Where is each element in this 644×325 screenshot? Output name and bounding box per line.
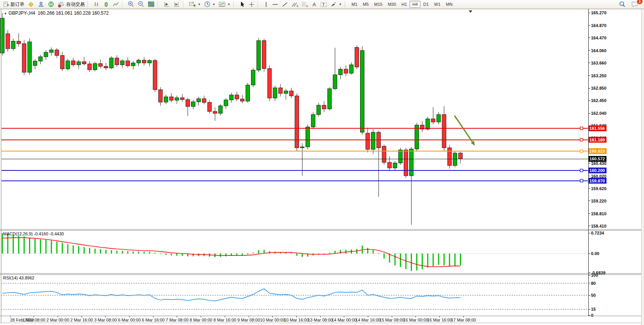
svg-text:159.870: 159.870: [589, 179, 605, 183]
svg-text:160.823: 160.823: [589, 149, 605, 153]
timeframe-m1[interactable]: M1: [349, 1, 360, 8]
bar-chart-type-button[interactable]: [92, 0, 101, 8]
price-line-label: 160.823: [588, 148, 606, 154]
timeframe-d1[interactable]: D1: [420, 1, 431, 8]
tile-windows-button[interactable]: [146, 0, 156, 8]
cursor-tool-button[interactable]: [237, 0, 247, 8]
svg-text:100: 100: [591, 273, 598, 277]
new-order-label: 新订单: [10, 1, 24, 8]
price-line-label: 160.572: [588, 156, 606, 162]
toolbar-separator: [122, 1, 125, 8]
label-tool[interactable]: T: [319, 0, 329, 8]
chat-button[interactable]: 1: [630, 0, 640, 8]
timeframe-m5[interactable]: M5: [360, 1, 371, 8]
price-line-label: 160.200: [588, 168, 606, 174]
signal-icon: [48, 1, 55, 8]
svg-text:2 Mar 00:00: 2 Mar 00:00: [46, 318, 69, 322]
channel-tool[interactable]: E: [290, 0, 300, 8]
text-tool[interactable]: A: [310, 0, 319, 8]
auto-scroll-button[interactable]: [162, 0, 172, 8]
community-button[interactable]: [36, 0, 46, 8]
rsi-indicator-label: RSI(14) 43.8962: [3, 276, 34, 280]
dropdown-caret: ▼: [212, 3, 215, 6]
text-icon: A: [311, 1, 317, 8]
profile-icon: [38, 1, 44, 8]
chart-window[interactable]: 165.270164.870164.470164.060163.660163.2…: [0, 9, 644, 325]
line-chart-type-button[interactable]: [111, 0, 121, 8]
trendline-icon: [282, 1, 288, 8]
chart-shift-button[interactable]: [172, 0, 182, 8]
vertical-line-icon: [263, 1, 269, 8]
svg-text:160.020: 160.020: [591, 174, 606, 179]
svg-text:2 Mar 16:00: 2 Mar 16:00: [70, 318, 93, 322]
svg-text:16 Mar 00:00: 16 Mar 00:00: [403, 318, 428, 322]
new-order-button[interactable]: 新订单: [2, 0, 26, 8]
svg-text:1 Mar 08:00: 1 Mar 08:00: [22, 318, 45, 322]
arrows-tool[interactable]: ▼: [329, 0, 343, 8]
fibonacci-tool[interactable]: F: [300, 0, 310, 8]
chart-canvas[interactable]: 165.270164.870164.470164.060163.660163.2…: [0, 9, 644, 325]
timeframe-w1[interactable]: W1: [431, 1, 443, 8]
channel-icon: E: [291, 1, 298, 8]
zoom-out-icon: [138, 1, 145, 8]
svg-text:8 Mar 16:00: 8 Mar 16:00: [214, 318, 236, 322]
svg-text:15 Mar 08:00: 15 Mar 08:00: [379, 318, 405, 322]
svg-text:163.250: 163.250: [591, 73, 606, 78]
timeframe-h1[interactable]: H1: [399, 1, 410, 8]
svg-text:8 Mar 00:00: 8 Mar 00:00: [190, 318, 212, 322]
svg-text:162.040: 162.040: [591, 111, 606, 116]
svg-text:15: 15: [591, 307, 596, 311]
svg-text:0.7234: 0.7234: [591, 231, 605, 235]
svg-text:164.870: 164.870: [591, 23, 606, 28]
timeframe-m30[interactable]: M30: [385, 1, 399, 8]
timeframe-h4[interactable]: H4: [410, 1, 420, 8]
indicators-button[interactable]: ▼: [217, 0, 232, 8]
toolbar-separator: [345, 1, 348, 8]
price-line-label: 161.556: [588, 126, 606, 131]
svg-text:161.189: 161.189: [589, 138, 605, 142]
svg-text:161.556: 161.556: [589, 126, 605, 131]
timeframe-m15[interactable]: M15: [371, 1, 385, 8]
svg-text:A: A: [313, 2, 316, 7]
auto-trading-button[interactable]: 自动交易: [56, 0, 86, 8]
svg-text:50: 50: [591, 293, 596, 298]
crosshair-tool-button[interactable]: [247, 0, 256, 8]
svg-text:9 Mar 08:00: 9 Mar 08:00: [237, 318, 260, 322]
signals-button[interactable]: [46, 0, 56, 8]
toolbar-separator: [87, 1, 91, 8]
tile-windows-icon: [148, 1, 155, 8]
toolbar: 新订单 自动交易 ▼ ▼ ▼: [0, 0, 644, 9]
chart-collapse-icon[interactable]: ▼: [4, 12, 7, 15]
auto-trading-label: 自动交易: [66, 1, 85, 8]
new-chart-button[interactable]: ▼: [187, 0, 202, 8]
chart-ohlc-values: 160.266 161.061 160.228 160.572: [38, 10, 109, 16]
new-chart-icon: [189, 1, 196, 8]
metaquotes-button[interactable]: [26, 0, 36, 8]
svg-text:160.572: 160.572: [589, 157, 605, 161]
price-line-label: 159.870: [588, 178, 606, 184]
search-button[interactable]: [617, 0, 627, 8]
zoom-in-button[interactable]: [126, 0, 136, 8]
dropdown-caret: ▼: [227, 3, 231, 6]
svg-text:158.810: 158.810: [591, 211, 606, 216]
svg-text:6 Mar 00:00: 6 Mar 00:00: [118, 318, 141, 322]
period-button[interactable]: ▼: [202, 0, 217, 8]
trendline-tool[interactable]: [280, 0, 290, 8]
indicators-icon: [219, 1, 226, 8]
zoom-out-button[interactable]: [136, 0, 146, 8]
svg-text:17 Mar 08:00: 17 Mar 08:00: [451, 318, 476, 322]
cursor-icon: [239, 1, 245, 8]
svg-text:164.060: 164.060: [591, 48, 606, 53]
bars-icon: [93, 1, 100, 8]
timeframe-mn[interactable]: MN: [443, 1, 455, 8]
vertical-line-tool[interactable]: [262, 0, 270, 8]
price-line-label: 161.189: [588, 137, 606, 143]
svg-text:10 Mar 16:00: 10 Mar 16:00: [284, 318, 309, 322]
svg-text:13 Mar 08:00: 13 Mar 08:00: [308, 318, 333, 322]
chart-symbol-period: GBPJPY-,H4: [9, 10, 35, 16]
candlestick-type-button[interactable]: [101, 0, 111, 8]
toolbar-separator: [258, 1, 261, 8]
toolbar-separator: [157, 1, 161, 8]
toolbar-separator: [183, 1, 186, 8]
horizontal-line-tool[interactable]: [270, 0, 280, 8]
